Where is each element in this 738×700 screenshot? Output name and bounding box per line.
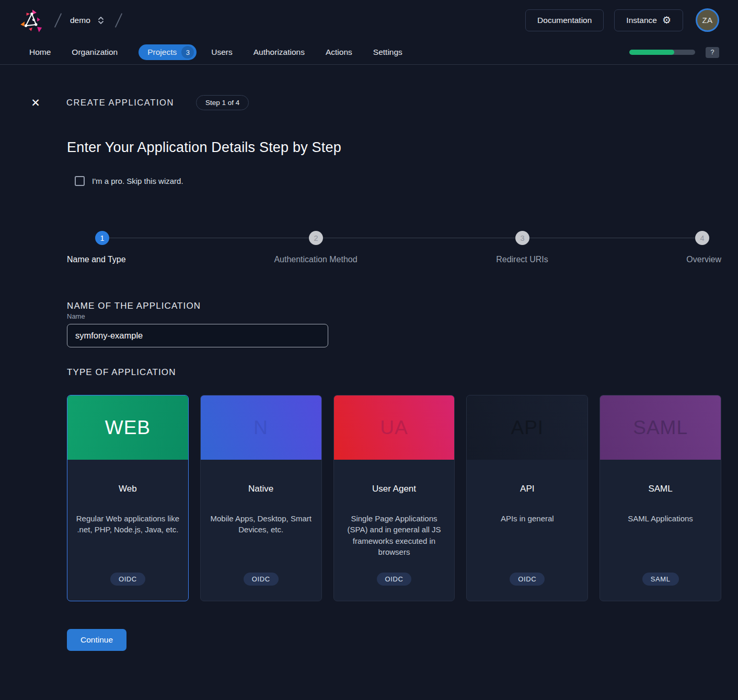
nav-item-authorizations[interactable]: Authorizations	[253, 44, 305, 60]
breadcrumb-org-name[interactable]: demo	[70, 16, 90, 25]
api-card-description: APIs in general	[501, 513, 554, 524]
native-card-body: Native Mobile Apps, Desktop, Smart Devic…	[201, 460, 321, 601]
usage-progress-fill	[629, 50, 674, 55]
documentation-button[interactable]: Documentation	[525, 9, 604, 31]
step-circle-3[interactable]: 3	[515, 231, 529, 245]
name-section-title: NAME OF THE APPLICATION	[67, 301, 721, 311]
nav-item-users[interactable]: Users	[211, 44, 232, 60]
nav-item-actions[interactable]: Actions	[326, 44, 352, 60]
stepper-connector-line	[102, 238, 702, 238]
web-card-body: Web Regular Web applications like .net, …	[67, 460, 188, 601]
app-type-cards: WEB Web Regular Web applications like .n…	[67, 395, 721, 601]
app-type-card-user-agent[interactable]: UA User Agent Single Page Applications (…	[333, 395, 455, 601]
wizard-stepper: 1 2 3 4 Name and Type Authentication Met…	[67, 231, 721, 267]
nav-item-label: Settings	[373, 48, 402, 57]
web-card-protocol-badge: OIDC	[110, 573, 145, 586]
native-card-title: Native	[248, 484, 273, 494]
projects-count-badge: 3	[181, 46, 194, 59]
api-card-protocol-badge: OIDC	[510, 573, 545, 586]
wizard-header-row: ✕ CREATE APPLICATION Step 1 of 4	[29, 95, 721, 110]
step-label-redirect-uris: Redirect URIs	[496, 255, 548, 264]
app-type-card-saml[interactable]: SAML SAML SAML Applications SAML	[599, 395, 721, 601]
breadcrumb-divider	[115, 13, 122, 27]
web-card-description: Regular Web applications like .net, PHP,…	[75, 513, 180, 535]
nav-item-label: Home	[29, 48, 51, 57]
create-application-page: ✕ CREATE APPLICATION Step 1 of 4 Enter Y…	[0, 95, 738, 651]
step-circle-1[interactable]: 1	[95, 231, 109, 245]
saml-card-banner: SAML	[600, 395, 721, 460]
native-card-protocol-badge: OIDC	[244, 573, 279, 586]
nav-item-label: Authorizations	[253, 48, 305, 57]
nav-item-label: Projects	[147, 48, 177, 57]
nav-item-projects[interactable]: Projects 3	[139, 44, 197, 60]
usage-progress-bar	[629, 50, 695, 55]
user-agent-card-body: User Agent Single Page Applications (SPA…	[334, 460, 455, 601]
native-card-banner: N	[201, 395, 321, 460]
org-switcher-unfold-icon[interactable]	[97, 15, 105, 26]
api-card-banner: API	[467, 395, 587, 460]
app-type-card-native[interactable]: N Native Mobile Apps, Desktop, Smart Dev…	[200, 395, 322, 601]
app-type-card-web[interactable]: WEB Web Regular Web applications like .n…	[67, 395, 189, 601]
api-card-body: API APIs in general OIDC	[467, 460, 587, 601]
skip-wizard-label: I'm a pro. Skip this wizard.	[92, 177, 183, 185]
instance-button[interactable]: Instance ⚙	[614, 9, 683, 31]
gear-icon: ⚙	[662, 15, 671, 25]
user-agent-card-description: Single Page Applications (SPA) and in ge…	[341, 513, 447, 557]
help-button[interactable]: ?	[706, 47, 719, 58]
nav-item-label: Actions	[326, 48, 352, 57]
web-card-banner: WEB	[67, 395, 188, 460]
documentation-button-label: Documentation	[537, 16, 592, 25]
native-card-description: Mobile Apps, Desktop, Smart Devices, etc…	[208, 513, 314, 535]
nav-item-organization[interactable]: Organization	[72, 44, 118, 60]
skip-wizard-checkbox[interactable]	[75, 176, 85, 186]
nav-item-settings[interactable]: Settings	[373, 44, 402, 60]
nav-item-label: Users	[211, 48, 232, 57]
nav-item-label: Organization	[72, 48, 118, 57]
saml-card-body: SAML SAML Applications SAML	[600, 460, 721, 601]
top-bar: demo Documentation Instance ⚙ ZA	[0, 0, 738, 40]
instance-button-label: Instance	[626, 16, 657, 25]
breadcrumb-divider	[54, 13, 62, 27]
saml-card-description: SAML Applications	[628, 513, 693, 524]
step-indicator-chip: Step 1 of 4	[196, 95, 249, 110]
user-agent-card-title: User Agent	[372, 484, 416, 494]
step-label-name-and-type: Name and Type	[67, 255, 126, 264]
close-icon[interactable]: ✕	[29, 97, 42, 108]
help-button-label: ?	[711, 49, 714, 56]
user-agent-card-banner: UA	[334, 395, 455, 460]
nav-item-home[interactable]: Home	[29, 44, 51, 60]
wizard-header-title: CREATE APPLICATION	[66, 98, 174, 108]
api-card-title: API	[520, 484, 534, 494]
continue-button[interactable]: Continue	[67, 629, 126, 651]
step-label-overview: Overview	[686, 255, 721, 264]
app-type-card-api[interactable]: API API APIs in general OIDC	[466, 395, 588, 601]
name-field-label: Name	[67, 312, 85, 320]
zitadel-logo-icon[interactable]	[19, 7, 46, 34]
main-nav: Home Organization Projects 3 Users Autho…	[0, 40, 738, 65]
user-agent-card-protocol-badge: OIDC	[377, 573, 412, 586]
step-circle-4[interactable]: 4	[695, 231, 709, 245]
avatar[interactable]: ZA	[696, 8, 719, 32]
saml-card-title: SAML	[648, 484, 672, 494]
web-card-title: Web	[119, 484, 137, 494]
nav-right-group: ?	[629, 47, 719, 58]
step-circle-2[interactable]: 2	[309, 231, 323, 245]
saml-card-protocol-badge: SAML	[642, 573, 679, 586]
skip-wizard-row: I'm a pro. Skip this wizard.	[75, 176, 721, 186]
page-title: Enter Your Application Details Step by S…	[67, 139, 721, 156]
step-label-authentication-method: Authentication Method	[274, 255, 357, 264]
type-section-title: TYPE OF APPLICATION	[67, 367, 721, 378]
wizard-content: Enter Your Application Details Step by S…	[29, 139, 721, 651]
avatar-initials: ZA	[702, 16, 712, 25]
application-name-input[interactable]	[67, 324, 328, 347]
